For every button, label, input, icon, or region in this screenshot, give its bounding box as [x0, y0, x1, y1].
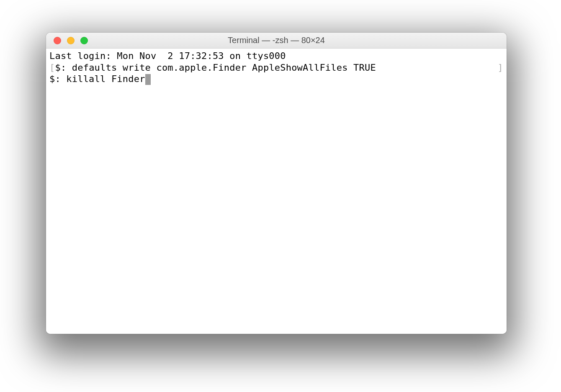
cursor-icon: [145, 74, 151, 85]
bracket-left: [: [49, 62, 55, 73]
window-title: Terminal — -zsh — 80×24: [46, 36, 507, 45]
terminal-line: [$: defaults write com.apple.Finder Appl…: [49, 62, 503, 74]
terminal-window: Terminal — -zsh — 80×24 Last login: Mon …: [46, 33, 507, 334]
prompt-prefix: $:: [49, 74, 66, 84]
terminal-line: Last login: Mon Nov 2 17:32:53 on ttys00…: [49, 50, 503, 62]
titlebar[interactable]: Terminal — -zsh — 80×24: [46, 33, 507, 49]
close-button[interactable]: [54, 37, 61, 44]
prompt-prefix: $:: [55, 62, 72, 73]
command-text: defaults write com.apple.Finder AppleSho…: [72, 62, 376, 73]
traffic-lights: [46, 37, 88, 44]
line-text: Last login: Mon Nov 2 17:32:53 on ttys00…: [49, 51, 286, 61]
command-text: killall Finder: [66, 74, 145, 84]
terminal-body[interactable]: Last login: Mon Nov 2 17:32:53 on ttys00…: [46, 49, 507, 334]
minimize-button[interactable]: [67, 37, 75, 44]
terminal-line: $: killall Finder: [49, 73, 503, 85]
bracket-right: ]: [498, 62, 503, 74]
maximize-button[interactable]: [80, 37, 88, 44]
